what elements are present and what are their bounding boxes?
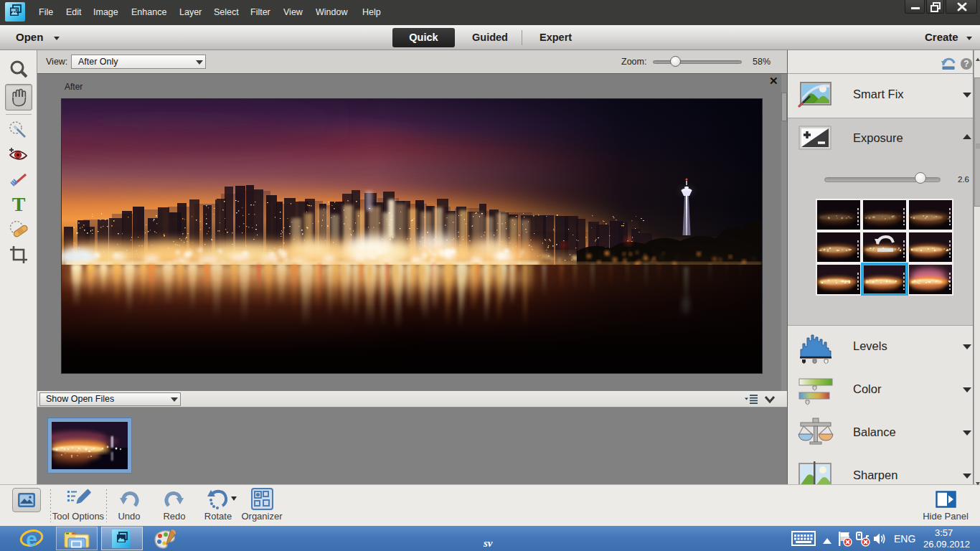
svg-text:T: T [12,193,26,215]
svg-text:e: e [26,528,37,550]
